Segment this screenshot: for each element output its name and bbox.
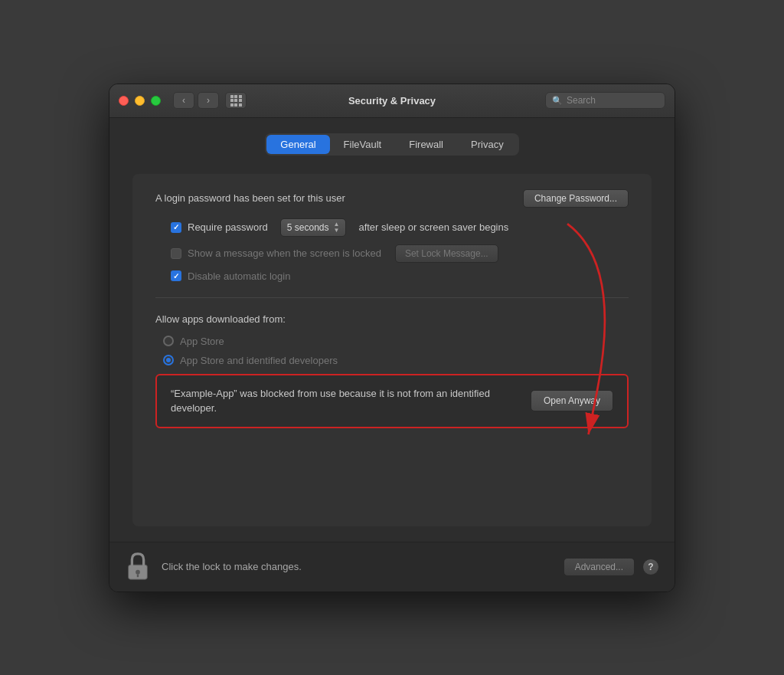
content-area: General FileVault Firewall Privacy A log… (109, 118, 675, 542)
allow-apps-label: Allow apps downloaded from: (155, 313, 629, 325)
tabs-container: General FileVault Firewall Privacy (132, 133, 652, 156)
timeout-value: 5 seconds (287, 222, 329, 233)
window-title: Security & Privacy (348, 95, 436, 106)
lock-icon[interactable] (125, 552, 151, 582)
settings-panel: A login password has been set for this u… (132, 174, 652, 526)
login-password-label: A login password has been set for this u… (155, 192, 523, 204)
checkmark-icon: ✓ (173, 223, 179, 231)
svg-point-2 (136, 569, 140, 574)
advanced-button[interactable]: Advanced... (564, 558, 635, 576)
require-password-row: ✓ Require password 5 seconds ▲ ▼ after s… (171, 218, 629, 237)
tab-firewall[interactable]: Firewall (395, 135, 457, 154)
app-grid-button[interactable] (225, 92, 247, 109)
password-timeout-dropdown[interactable]: 5 seconds ▲ ▼ (280, 218, 347, 237)
nav-buttons: ‹ › (173, 92, 219, 109)
app-store-developers-label: App Store and identified developers (180, 355, 338, 366)
forward-button[interactable]: › (198, 92, 219, 109)
divider (155, 297, 629, 298)
show-message-row: Show a message when the screen is locked… (171, 244, 629, 263)
show-message-label: Show a message when the screen is locked (188, 247, 381, 259)
maximize-button[interactable] (151, 96, 161, 106)
set-lock-message-button[interactable]: Set Lock Message... (395, 244, 498, 263)
search-input[interactable] (567, 95, 658, 106)
app-store-label: App Store (180, 336, 224, 347)
tab-filevault[interactable]: FileVault (330, 135, 396, 154)
disable-autologin-label: Disable automatic login (188, 270, 290, 282)
window: ‹ › Security & Privacy 🔍 General FileVau… (109, 84, 675, 592)
back-button[interactable]: ‹ (173, 92, 194, 109)
require-password-label: Require password (188, 221, 268, 233)
search-icon: 🔍 (552, 96, 563, 106)
app-store-developers-radio[interactable] (163, 355, 174, 365)
search-box[interactable]: 🔍 (545, 92, 665, 109)
grid-icon (230, 95, 242, 106)
disable-autologin-checkbox[interactable]: ✓ (171, 270, 181, 281)
tab-general[interactable]: General (266, 135, 329, 154)
blocked-app-message: “Example-App” was blocked from use becau… (171, 386, 531, 416)
disable-autologin-row: ✓ Disable automatic login (171, 270, 629, 282)
traffic-lights (119, 96, 161, 106)
lock-label: Click the lock to make changes. (162, 561, 302, 572)
after-sleep-label: after sleep or screen saver begins (358, 221, 508, 233)
dropdown-arrows-icon: ▲ ▼ (333, 221, 339, 234)
change-password-button[interactable]: Change Password... (523, 189, 629, 208)
bottom-bar: Click the lock to make changes. Advanced… (109, 542, 675, 591)
show-message-checkbox[interactable] (171, 248, 181, 259)
minimize-button[interactable] (135, 96, 145, 106)
app-store-radio[interactable] (163, 336, 174, 346)
bottom-right-actions: Advanced... ? (564, 558, 659, 576)
tabs: General FileVault Firewall Privacy (265, 133, 518, 156)
app-store-developers-radio-row: App Store and identified developers (163, 355, 629, 366)
tab-privacy[interactable]: Privacy (457, 135, 518, 154)
login-password-row: A login password has been set for this u… (155, 189, 629, 208)
app-store-radio-row: App Store (163, 336, 629, 347)
help-button[interactable]: ? (642, 559, 659, 575)
open-anyway-button[interactable]: Open Anyway (531, 390, 613, 411)
close-button[interactable] (119, 96, 129, 106)
require-password-checkbox[interactable]: ✓ (171, 222, 181, 233)
titlebar: ‹ › Security & Privacy 🔍 (109, 84, 675, 118)
checkmark-icon-2: ✓ (173, 272, 179, 280)
blocked-app-box: “Example-App” was blocked from use becau… (155, 374, 629, 428)
